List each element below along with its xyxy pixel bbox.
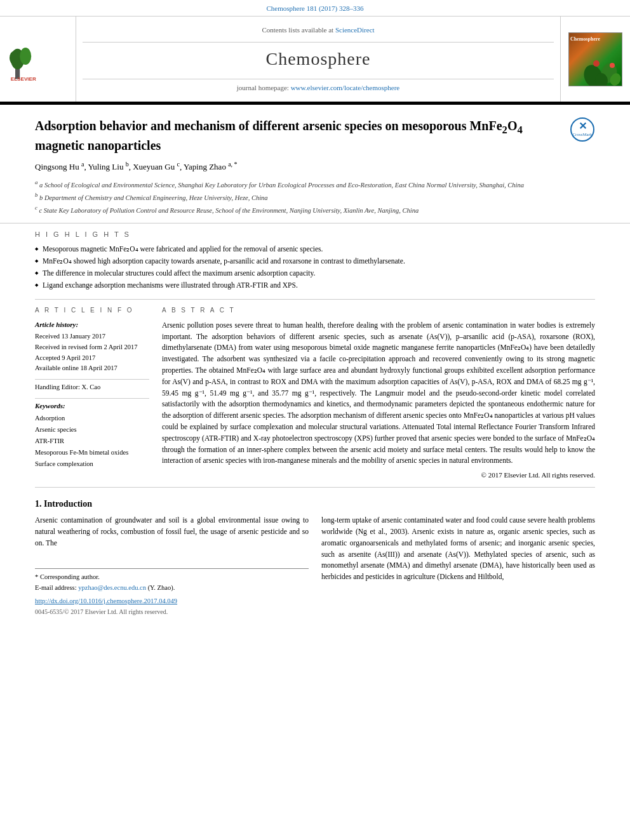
handling-editor: Handling Editor: X. Cao xyxy=(35,382,149,393)
author-email-link[interactable]: ypzhao@des.ecnu.edu.cn xyxy=(78,584,146,591)
sciencedirect-link[interactable]: ScienceDirect xyxy=(335,26,375,34)
abstract-text: Arsenic pollution poses severe threat to… xyxy=(162,320,595,467)
svg-point-10 xyxy=(610,63,615,68)
journal-cover-section: Chemosphere xyxy=(560,17,630,102)
email-line: E-mail address: ypzhao@des.ecnu.edu.cn (… xyxy=(35,583,309,593)
article-info-title: A R T I C L E I N F O xyxy=(35,306,149,315)
authors-line: Qingsong Hu a, Yuling Liu b, Xueyuan Gu … xyxy=(35,160,563,173)
svg-text:ELSEVIER: ELSEVIER xyxy=(10,77,36,83)
journal-homepage: journal homepage: www.elsevier.com/locat… xyxy=(237,83,399,93)
article-info-abstract-section: A R T I C L E I N F O Article history: R… xyxy=(35,300,595,488)
intro-section-title: 1. Introduction xyxy=(35,498,595,510)
info-divider-2 xyxy=(35,398,149,399)
affiliation-c: c c State Key Laboratory of Pollution Co… xyxy=(35,204,563,215)
introduction-section: 1. Introduction Arsenic contamination of… xyxy=(35,488,595,617)
doi-link: http://dx.doi.org/10.1016/j.chemosphere.… xyxy=(35,597,309,606)
issn-line: 0045-6535/© 2017 Elsevier Ltd. All right… xyxy=(35,608,309,617)
doi-anchor[interactable]: http://dx.doi.org/10.1016/j.chemosphere.… xyxy=(35,597,177,604)
journal-cover-image: Chemosphere xyxy=(568,32,622,86)
corresponding-note: * Corresponding author. xyxy=(35,573,309,582)
highlights-section: H I G H L I G H T S Mesoporous magnetic … xyxy=(35,223,595,299)
svg-point-2 xyxy=(20,48,31,65)
highlights-list: Mesoporous magnetic MnFe₂O₄ were fabrica… xyxy=(35,244,595,291)
crossmark-circle: ✕ CrossMark xyxy=(570,117,594,142)
svg-point-9 xyxy=(593,60,600,67)
journal-title: Chemosphere xyxy=(266,46,371,71)
footnote-area: * Corresponding author. E-mail address: … xyxy=(35,568,309,593)
keyword-item: Adsorption xyxy=(35,413,149,424)
intro-columns: Arsenic contamination of groundwater and… xyxy=(35,515,595,617)
crossmark-badge: ✕ CrossMark xyxy=(570,117,595,143)
article-history-title: Article history: xyxy=(35,320,149,330)
elsevier-logo-section: ELSEVIER xyxy=(0,17,76,102)
affiliations: a a School of Ecological and Environment… xyxy=(35,178,563,216)
journal-homepage-link[interactable]: www.elsevier.com/locate/chemosphere xyxy=(291,84,400,91)
affiliation-b: b b Department of Chemistry and Chemical… xyxy=(35,191,563,203)
abstract-title: A B S T R A C T xyxy=(162,306,595,315)
article-title-text: Adsorption behavior and mechanism of dif… xyxy=(35,117,563,217)
header-divider xyxy=(83,42,554,43)
keywords-title: Keywords: xyxy=(35,401,149,411)
highlights-title: H I G H L I G H T S xyxy=(35,230,595,239)
keyword-item: Arsenic species xyxy=(35,424,149,436)
journal-ref-bar: Chemosphere 181 (2017) 328–336 xyxy=(0,0,630,17)
article-main-title: Adsorption behavior and mechanism of dif… xyxy=(35,117,563,154)
svg-point-3 xyxy=(10,51,18,65)
copyright-line: © 2017 Elsevier Ltd. All rights reserved… xyxy=(162,470,595,480)
intro-right-col: long-term uptake of arsenic contaminated… xyxy=(321,515,595,617)
info-divider xyxy=(35,379,149,380)
intro-right-text: long-term uptake of arsenic contaminated… xyxy=(321,515,595,583)
keyword-item: Surface complexation xyxy=(35,458,149,470)
sciencedirect-notice: Contents lists available at ScienceDirec… xyxy=(262,25,374,35)
abstract-column: A B S T R A C T Arsenic pollution poses … xyxy=(162,306,595,481)
elsevier-logo-image: ELSEVIER xyxy=(10,36,67,82)
cover-decoration xyxy=(584,54,622,86)
header-divider-2 xyxy=(83,79,554,79)
journal-header-center: Contents lists available at ScienceDirec… xyxy=(76,17,560,102)
article-info-column: A R T I C L E I N F O Article history: R… xyxy=(35,306,149,481)
highlight-item: Ligand exchange adsorption mechanisms we… xyxy=(35,280,595,291)
article-title-section: Adsorption behavior and mechanism of dif… xyxy=(0,105,630,223)
keyword-item: ATR-FTIR xyxy=(35,436,149,447)
intro-left-col: Arsenic contamination of groundwater and… xyxy=(35,515,309,617)
keyword-item: Mesoporous Fe-Mn bimetal oxides xyxy=(35,447,149,458)
highlight-item: Mesoporous magnetic MnFe₂O₄ were fabrica… xyxy=(35,244,595,255)
journal-header: ELSEVIER Contents lists available at Sci… xyxy=(0,17,630,103)
affiliation-a: a a School of Ecological and Environment… xyxy=(35,178,563,190)
highlight-item: MnFe₂O₄ showed high adsorption capacity … xyxy=(35,256,595,267)
keywords-list: Adsorption Arsenic species ATR-FTIR Meso… xyxy=(35,413,149,469)
article-history-text: Received 13 January 2017 Received in rev… xyxy=(35,331,149,374)
journal-ref-text: Chemosphere 181 (2017) 328–336 xyxy=(266,4,363,12)
intro-left-text: Arsenic contamination of groundwater and… xyxy=(35,515,309,549)
highlight-item: The difference in molecular structures c… xyxy=(35,268,595,279)
